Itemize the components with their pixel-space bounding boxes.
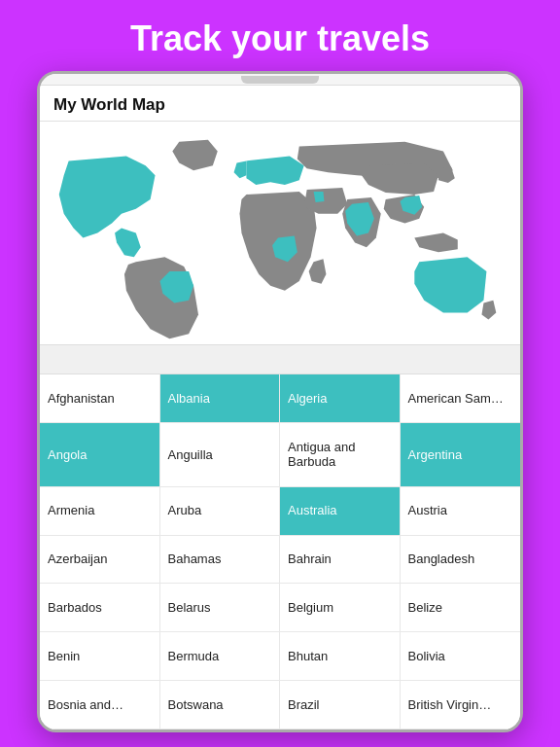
country-cell[interactable]: Brazil xyxy=(280,681,401,729)
country-cell[interactable]: American Sam… xyxy=(401,374,521,423)
country-cell[interactable]: Australia xyxy=(280,487,401,536)
country-cell[interactable]: Botswana xyxy=(160,681,281,729)
country-cell[interactable]: Albania xyxy=(160,374,281,423)
world-map-svg xyxy=(40,122,520,344)
device-frame: My World Map xyxy=(37,71,523,732)
country-cell[interactable]: Angola xyxy=(40,423,160,487)
countries-grid: AfghanistanAlbaniaAlgeriaAmerican Sam…An… xyxy=(40,374,520,729)
country-cell[interactable]: Anguilla xyxy=(160,423,281,487)
country-cell[interactable]: Austria xyxy=(401,487,521,536)
country-cell[interactable]: Bangladesh xyxy=(401,536,521,585)
world-map-section[interactable] xyxy=(40,122,520,345)
country-cell[interactable]: Algeria xyxy=(280,374,401,423)
country-cell[interactable]: Antigua and Barbuda xyxy=(280,423,401,487)
country-cell[interactable]: Aruba xyxy=(160,487,281,536)
notch xyxy=(241,76,319,84)
status-bar xyxy=(40,74,520,86)
country-cell[interactable]: Bhutan xyxy=(280,632,401,681)
country-cell[interactable]: British Virgin… xyxy=(401,681,521,729)
country-cell[interactable]: Azerbaijan xyxy=(40,536,160,585)
country-cell[interactable]: Afghanistan xyxy=(40,374,160,423)
country-cell[interactable]: Argentina xyxy=(401,423,521,487)
app-header: My World Map xyxy=(40,86,520,122)
country-cell[interactable]: Benin xyxy=(40,632,160,681)
country-cell[interactable]: Belize xyxy=(401,584,521,632)
page-title: Track your travels xyxy=(111,0,449,71)
country-cell[interactable]: Bosnia and… xyxy=(40,681,160,729)
country-cell[interactable]: Belarus xyxy=(160,584,281,632)
country-cell[interactable]: Armenia xyxy=(40,487,160,536)
country-cell[interactable]: Belgium xyxy=(280,584,401,632)
app-title: My World Map xyxy=(53,95,165,114)
section-divider xyxy=(40,345,520,374)
country-cell[interactable]: Bermuda xyxy=(160,632,281,681)
country-cell[interactable]: Bahrain xyxy=(280,536,401,585)
header: Track your travels xyxy=(111,0,449,71)
country-cell[interactable]: Bolivia xyxy=(401,632,521,681)
country-cell[interactable]: Bahamas xyxy=(160,536,281,585)
country-cell[interactable]: Barbados xyxy=(40,584,160,632)
